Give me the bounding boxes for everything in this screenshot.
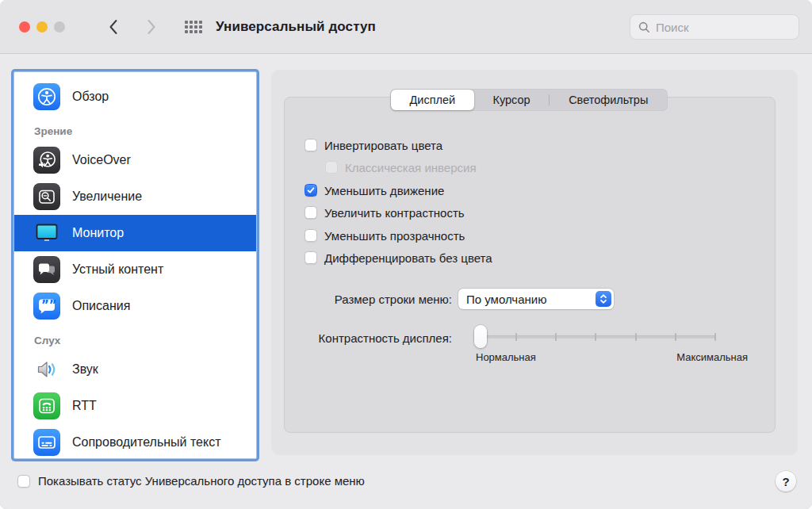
help-button[interactable]: ? (776, 471, 796, 492)
tab-color-filters[interactable]: Светофильтры (550, 90, 667, 110)
checkmark-icon (306, 186, 316, 195)
checkbox-row-reduce-transparency[interactable]: Уменьшить прозрачность (304, 224, 465, 247)
checkbox-label: Инвертировать цвета (324, 139, 442, 152)
slider-tick (675, 333, 676, 341)
search-placeholder: Поиск (656, 21, 689, 34)
tab-label: Курсор (493, 94, 530, 106)
checkbox-label: Дифференцировать без цвета (324, 251, 492, 265)
forward-button[interactable] (142, 17, 161, 36)
chevron-right-icon (144, 18, 159, 36)
checkbox (325, 161, 338, 174)
display-monitor-icon (33, 220, 60, 247)
slider-min-label: Нормальная (476, 351, 536, 363)
checkbox-label: Показывать статус Универсального доступа… (38, 474, 365, 488)
search-icon (638, 21, 650, 33)
menubar-size-label: Размер строки меню: (270, 293, 452, 306)
sidebar-item-descriptions[interactable]: ”” Описания (14, 288, 256, 324)
captions-icon (33, 429, 60, 456)
sidebar-item-voiceover[interactable]: VoiceOver (14, 142, 256, 178)
zoom-icon (33, 183, 60, 210)
menubar-size-select[interactable]: По умолчанию (458, 289, 614, 309)
speaker-sound-icon (33, 356, 60, 383)
sidebar-item-label: Обзор (72, 90, 109, 104)
sidebar-item-label: Монитор (72, 226, 124, 240)
sidebar-section-vision: Зрение (14, 115, 256, 142)
chevron-up-down-icon (596, 291, 611, 307)
slider-tick (714, 333, 716, 341)
toolbar: Универсальный доступ Поиск (0, 0, 812, 54)
sidebar-item-overview[interactable]: Обзор (14, 78, 256, 115)
sidebar-item-captions[interactable]: Сопроводительный текст (14, 424, 256, 459)
descriptions-icon: ”” (33, 293, 60, 320)
display-contrast-slider[interactable] (476, 325, 716, 349)
tab-cursor[interactable]: Курсор (474, 90, 550, 110)
checkbox-label: Классическая инверсия (345, 161, 477, 174)
checkbox-label: Увеличить контрастность (324, 206, 465, 220)
sidebar-item-label: Описания (72, 299, 130, 313)
checkbox[interactable] (304, 251, 317, 264)
checkbox-row-invert-colors[interactable]: Инвертировать цвета (304, 134, 442, 156)
checkbox[interactable] (304, 139, 317, 151)
sidebar-item-rtt[interactable]: RTT (14, 388, 256, 424)
display-tab-bar: Дисплей Курсор Светофильтры (390, 89, 668, 111)
checkbox-row-differentiate-without-color[interactable]: Дифференцировать без цвета (304, 247, 492, 269)
sidebar-item-label: Звук (72, 362, 98, 377)
sidebar-item-display[interactable]: Монитор (14, 215, 256, 251)
slider-tick (595, 333, 596, 341)
sidebar-item-label: Устный контент (72, 262, 163, 277)
voiceover-icon (33, 147, 60, 174)
sidebar-section-hearing: Слух (14, 324, 256, 351)
checkbox[interactable] (304, 229, 317, 242)
zoom-button-disabled (54, 21, 65, 33)
checkbox-label: Уменьшить прозрачность (324, 229, 465, 243)
chevron-left-icon (106, 18, 121, 36)
sidebar-item-zoom[interactable]: Увеличение (14, 178, 256, 215)
minimize-button[interactable] (36, 21, 48, 33)
slider-tick (515, 333, 517, 341)
checkbox[interactable] (304, 184, 317, 197)
sidebar: Обзор Зрение VoiceOver (13, 71, 257, 459)
close-button[interactable] (19, 21, 30, 33)
show-accessibility-status-checkbox-row[interactable]: Показывать статус Универсального доступа… (17, 474, 365, 488)
checkbox-row-increase-contrast[interactable]: Увеличить контрастность (304, 201, 465, 224)
sidebar-item-label: VoiceOver (72, 153, 131, 167)
spoken-content-icon (33, 256, 60, 283)
tab-label: Дисплей (410, 94, 456, 106)
back-button[interactable] (104, 17, 123, 36)
selected-option: По умолчанию (466, 293, 596, 306)
search-input[interactable]: Поиск (630, 14, 799, 40)
sidebar-item-label: Увеличение (72, 189, 142, 204)
svg-text:””: ”” (41, 298, 57, 312)
accessibility-overview-icon (33, 83, 60, 110)
show-all-grid-icon[interactable] (185, 21, 203, 37)
sidebar-item-audio[interactable]: Звук (14, 351, 256, 388)
sidebar-item-spoken-content[interactable]: Устный контент (14, 251, 256, 288)
slider-tick (555, 333, 557, 341)
slider-thumb[interactable] (474, 325, 487, 348)
slider-tick (635, 333, 637, 341)
rtt-phone-icon (33, 392, 60, 419)
sidebar-item-label: Сопроводительный текст (72, 435, 221, 450)
checkbox-label: Уменьшить движение (324, 184, 444, 197)
help-question-icon: ? (782, 475, 789, 488)
tab-label: Светофильтры (569, 94, 648, 106)
checkbox[interactable] (304, 206, 317, 219)
window-title: Универсальный доступ (216, 19, 376, 35)
sidebar-item-label: RTT (72, 399, 97, 413)
tab-display[interactable]: Дисплей (391, 90, 474, 110)
checkbox-row-reduce-motion[interactable]: Уменьшить движение (304, 179, 444, 201)
system-preferences-window: Универсальный доступ Поиск Дисплей Курсо… (0, 0, 812, 509)
slider-max-label: Максимальная (555, 351, 748, 363)
display-contrast-label: Контрастность дисплея: (270, 331, 452, 345)
checkbox[interactable] (17, 475, 30, 488)
checkbox-row-classic-invert: Классическая инверсия (325, 156, 477, 178)
